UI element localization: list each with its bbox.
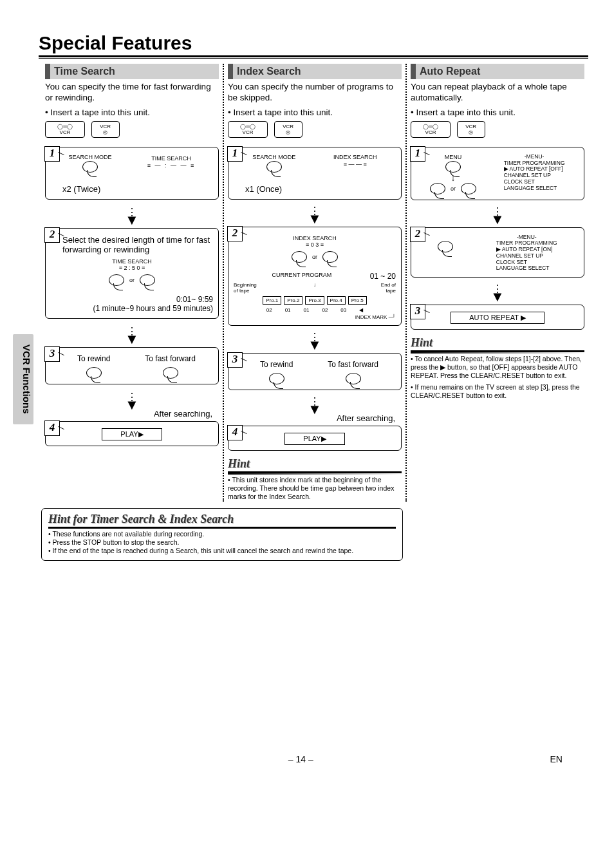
step-number: 2 [44, 227, 60, 243]
index-step-1: 1 SEARCH MODE INDEX SEARCH ≡ — — ≡ x1 (O… [228, 147, 402, 200]
page-number: – 14 – [288, 754, 313, 764]
hint-title-auto: Hint [411, 336, 584, 352]
pro-cell: Pro.2 [284, 296, 302, 305]
tape-icon-label: VCR [243, 129, 254, 135]
step-number: 1 [44, 146, 60, 162]
idx-num: 03 [340, 307, 346, 313]
time-search2-title: TIME SEARCH [112, 258, 152, 265]
pro-cell: Pro.1 [263, 296, 281, 305]
pro-cell: Pro.4 [327, 296, 346, 305]
step-number: 1 [227, 146, 243, 162]
search-mode-label: SEARCH MODE [69, 154, 112, 161]
current-program-label: CURRENT PROGRAM [272, 272, 331, 281]
index-step1-caption: x1 (Once) [245, 184, 396, 194]
auto-repeat-display: AUTO REPEAT ▶ [451, 312, 544, 324]
time-range: 0:01~ 9:59 [176, 295, 213, 304]
auto-step-3: 3 AUTO REPEAT ▶ [411, 305, 584, 330]
hint-body-index: • This unit stores index mark at the beg… [228, 473, 402, 501]
time-step2-text: Select the desired length of time for fa… [62, 235, 213, 254]
side-tab-vcr-functions: VCR Functions [13, 334, 33, 424]
pro-cell: Pro.5 [348, 296, 367, 305]
index2-value: ≡ 0 3 ≡ [306, 241, 324, 248]
menu-knob-icon [445, 161, 461, 173]
insert-tape-auto: • Insert a tape into this unit. [411, 108, 584, 117]
ff-knob-icon [163, 367, 178, 379]
arrow-down-icon [45, 326, 219, 343]
down-knob-icon [461, 183, 476, 194]
header-index-search: Index Search [228, 64, 402, 79]
rewind-knob-icon [86, 367, 102, 379]
idx-num: 01 [285, 307, 291, 313]
vcr-chip-icon: VCR◎ [91, 121, 120, 138]
tape-icon-label: VCR [60, 129, 71, 135]
step-number: 3 [410, 304, 425, 319]
index-step-2: 2 INDEX SEARCH ≡ 0 3 ≡ or CURRENT PROGRA… [228, 227, 402, 326]
menu-btn-label: MENU [430, 154, 476, 161]
auto-step-2: 2 -MENU- TIMER PROGRAMMING ▶ AUTO REPEAT… [411, 227, 584, 278]
idx-num: 02 [266, 307, 272, 313]
to-ff-label: To fast forward [328, 360, 378, 369]
step-number: 4 [44, 420, 60, 436]
index-mark-label: INDEX MARK [355, 314, 387, 320]
up-knob-icon [292, 251, 307, 263]
arrow-down-icon [228, 332, 402, 349]
after-searching-label: After searching, [45, 409, 212, 419]
bottom-hint-line: • If the end of the tape is reached duri… [48, 547, 396, 555]
page-title: Special Features [39, 32, 588, 54]
menu-line: LANGUAGE SELECT [496, 265, 557, 272]
time-step-3: 3 To rewind To fast forward [45, 347, 219, 384]
arrow-down-icon [228, 206, 402, 223]
tape-icon: ◯═◯VCR [411, 121, 451, 138]
pro-cell: Pro.3 [305, 296, 324, 305]
rewind-knob-icon [269, 373, 284, 384]
ff-knob-icon [346, 373, 361, 384]
step-number: 1 [410, 146, 425, 162]
hint-auto-line: • If menu remains on the TV screen at st… [411, 383, 584, 400]
rule-thick [39, 55, 588, 57]
time-step-4: 4 PLAY▶ [45, 421, 219, 446]
down-knob-icon [322, 251, 338, 263]
play-display: PLAY▶ [284, 433, 344, 445]
or-label: or [312, 254, 317, 260]
time-step-1: 1 SEARCH MODE TIME SEARCH ≡ — : — — ≡ x2… [45, 147, 219, 200]
time-search-display-value: ≡ — : — — ≡ [147, 162, 196, 169]
bottom-hint-line: • Press the STOP button to stop the sear… [48, 538, 396, 547]
arrow-down-icon [228, 397, 402, 413]
search-mode-knob-icon [266, 161, 282, 173]
page-lang: EN [550, 754, 563, 764]
end-tape-label: End of tape [370, 282, 396, 294]
arrow-down-icon [411, 284, 584, 301]
vcr-chip-label: VCR [465, 124, 476, 129]
up-knob-icon [109, 274, 124, 286]
hint-auto-line: • To cancel Auto Repeat, follow steps [1… [411, 355, 584, 380]
step-number: 3 [227, 352, 243, 368]
time-search-display-title: TIME SEARCH [151, 155, 191, 162]
time-step-2: 2 Select the desired length of time for … [45, 228, 219, 319]
index-step-4: 4 PLAY▶ [228, 426, 402, 451]
index-range: 01 ~ 20 [370, 272, 396, 281]
insert-tape-time: • Insert a tape into this unit. [45, 108, 219, 117]
right-knob-icon [438, 241, 453, 252]
header-auto-repeat: Auto Repeat [411, 64, 584, 79]
vcr-chip-icon: VCR◎ [457, 121, 485, 138]
intro-auto-repeat: You can repeat playback of a whole tape … [411, 82, 584, 104]
auto-step-1: 1 MENU ↓ or -MENU- TIMER PR [411, 147, 584, 200]
search-mode-knob-icon [82, 161, 98, 173]
bottom-hint-line: • These functions are not available duri… [48, 530, 396, 538]
begin-tape-label: Beginning of tape [234, 282, 259, 294]
arrow-down-icon [45, 392, 219, 409]
insert-tape-index: • Insert a tape into this unit. [228, 108, 402, 117]
to-rewind-label: To rewind [260, 360, 293, 369]
to-ff-label: To fast forward [145, 354, 196, 363]
intro-time-search: You can specify the time for fast forwar… [45, 82, 219, 104]
header-time-search: Time Search [45, 64, 219, 79]
time-step1-caption: x2 (Twice) [62, 184, 213, 194]
step-number: 2 [410, 227, 425, 242]
index-display-value: ≡ — — ≡ [344, 161, 367, 167]
time-range-note: (1 minute~9 hours and 59 minutes) [93, 304, 213, 313]
rule-thin [39, 58, 588, 59]
arrow-down-icon [45, 207, 219, 224]
down-knob-icon [140, 274, 155, 286]
hint-title-index: Hint [228, 457, 402, 473]
tape-icon: ◯═◯VCR [45, 121, 85, 138]
